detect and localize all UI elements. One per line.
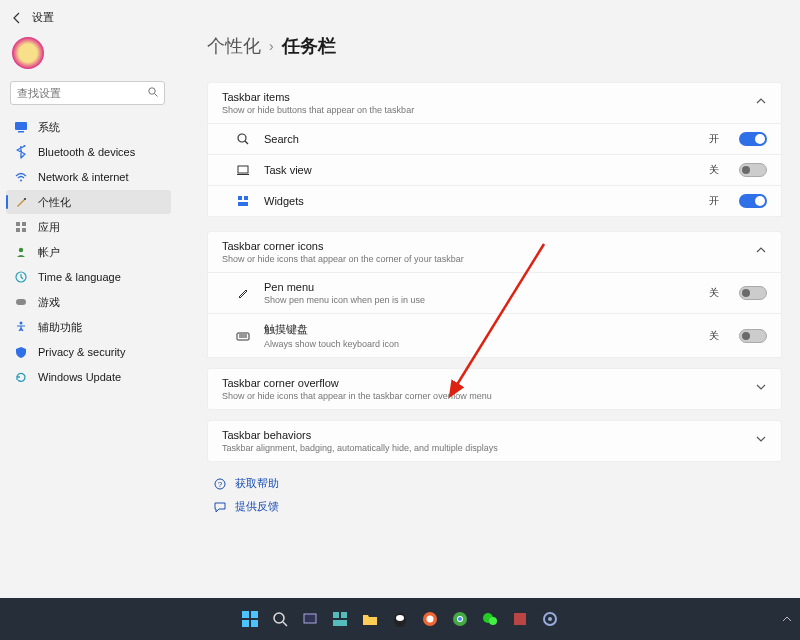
toggle-keyboard[interactable] [739, 329, 767, 343]
nav-privacy[interactable]: Privacy & security [6, 340, 171, 364]
feedback-icon [213, 500, 227, 514]
nav-label: Privacy & security [38, 346, 125, 358]
row-label: Pen menu [264, 281, 695, 293]
nav-personalization[interactable]: 个性化 [6, 190, 171, 214]
nav-label: 系统 [38, 120, 60, 135]
section-sub: Taskbar alignment, badging, automaticall… [222, 443, 498, 453]
row-sub: Show pen menu icon when pen is in use [264, 295, 695, 305]
svg-line-1 [155, 94, 158, 97]
nav-update[interactable]: Windows Update [6, 365, 171, 389]
row-label: Widgets [264, 195, 695, 207]
search-input[interactable] [10, 81, 165, 105]
section-overflow[interactable]: Taskbar corner overflow Show or hide ico… [207, 368, 782, 410]
apps-icon [14, 220, 28, 234]
wifi-icon [14, 170, 28, 184]
section-corner-icons[interactable]: Taskbar corner icons Show or hide icons … [207, 231, 782, 273]
svg-rect-19 [244, 196, 248, 200]
svg-rect-16 [238, 166, 248, 173]
search-icon [236, 132, 250, 146]
start-button[interactable] [238, 607, 262, 631]
section-sub: Show or hide icons that appear in the ta… [222, 391, 492, 401]
svg-text:?: ? [218, 480, 223, 489]
nav-time[interactable]: Time & language [6, 265, 171, 289]
svg-line-15 [245, 141, 248, 144]
get-help-link[interactable]: ? 获取帮助 [207, 462, 782, 495]
nav-bluetooth[interactable]: Bluetooth & devices [6, 140, 171, 164]
taskview-icon [236, 163, 250, 177]
section-title: Taskbar items [222, 91, 414, 103]
toggle-widgets[interactable] [739, 194, 767, 208]
row-label: Task view [264, 164, 695, 176]
shield-icon [14, 345, 28, 359]
svg-rect-28 [251, 611, 258, 618]
explorer-button[interactable] [358, 607, 382, 631]
svg-point-4 [20, 180, 22, 182]
svg-rect-5 [24, 198, 26, 200]
chrome-button[interactable] [448, 607, 472, 631]
feedback-link[interactable]: 提供反馈 [207, 495, 782, 518]
nav-apps[interactable]: 应用 [6, 215, 171, 239]
row-taskview: Task view 关 [207, 155, 782, 186]
app-button[interactable] [508, 607, 532, 631]
toggle-taskview[interactable] [739, 163, 767, 177]
nav-system[interactable]: 系统 [6, 115, 171, 139]
breadcrumb-parent[interactable]: 个性化 [207, 34, 261, 58]
back-button[interactable] [10, 11, 24, 25]
nav-accessibility[interactable]: 辅助功能 [6, 315, 171, 339]
wechat-button[interactable] [478, 607, 502, 631]
section-behaviors[interactable]: Taskbar behaviors Taskbar alignment, bad… [207, 420, 782, 462]
row-touch-keyboard: 触摸键盘 Always show touch keyboard icon 关 [207, 314, 782, 358]
accessibility-icon [14, 320, 28, 334]
svg-rect-2 [15, 122, 27, 130]
toggle-state: 开 [709, 194, 719, 208]
svg-rect-8 [16, 228, 20, 232]
update-icon [14, 370, 28, 384]
svg-rect-36 [333, 620, 347, 626]
chevron-down-icon [755, 381, 767, 393]
section-title: Taskbar corner overflow [222, 377, 492, 389]
svg-point-10 [19, 248, 23, 252]
toggle-state: 关 [709, 329, 719, 343]
svg-point-31 [274, 613, 284, 623]
nav-label: 帐户 [38, 245, 60, 260]
nav-gaming[interactable]: 游戏 [6, 290, 171, 314]
nav-network[interactable]: Network & internet [6, 165, 171, 189]
section-title: Taskbar corner icons [222, 240, 464, 252]
section-title: Taskbar behaviors [222, 429, 498, 441]
svg-rect-29 [242, 620, 249, 627]
svg-rect-9 [22, 228, 26, 232]
nav-label: 辅助功能 [38, 320, 82, 335]
svg-rect-46 [514, 613, 526, 625]
chevron-right-icon: › [269, 38, 274, 54]
user-profile[interactable] [6, 33, 171, 79]
widgets-button[interactable] [328, 607, 352, 631]
taskview-button[interactable] [298, 607, 322, 631]
toggle-search[interactable] [739, 132, 767, 146]
svg-line-32 [283, 622, 287, 626]
breadcrumb-current: 任务栏 [282, 34, 336, 58]
nav-label: 个性化 [38, 195, 71, 210]
qq-button[interactable] [388, 607, 412, 631]
svg-rect-6 [16, 222, 20, 226]
system-icon [14, 120, 28, 134]
gaming-icon [14, 295, 28, 309]
row-sub: Always show touch keyboard icon [264, 339, 695, 349]
svg-rect-7 [22, 222, 26, 226]
svg-rect-27 [242, 611, 249, 618]
nav-label: 应用 [38, 220, 60, 235]
svg-point-48 [548, 617, 552, 621]
system-tray [778, 610, 796, 628]
clock-icon [14, 270, 28, 284]
toggle-pen[interactable] [739, 286, 767, 300]
taskbar-search-button[interactable] [268, 607, 292, 631]
svg-point-40 [427, 616, 434, 623]
section-taskbar-items[interactable]: Taskbar items Show or hide buttons that … [207, 82, 782, 124]
nav-label: 游戏 [38, 295, 60, 310]
browser-button[interactable] [418, 607, 442, 631]
svg-point-45 [489, 617, 497, 625]
tray-chevron[interactable] [778, 610, 796, 628]
pen-icon [236, 286, 250, 300]
nav-accounts[interactable]: 帐户 [6, 240, 171, 264]
avatar [12, 37, 44, 69]
settings-button[interactable] [538, 607, 562, 631]
